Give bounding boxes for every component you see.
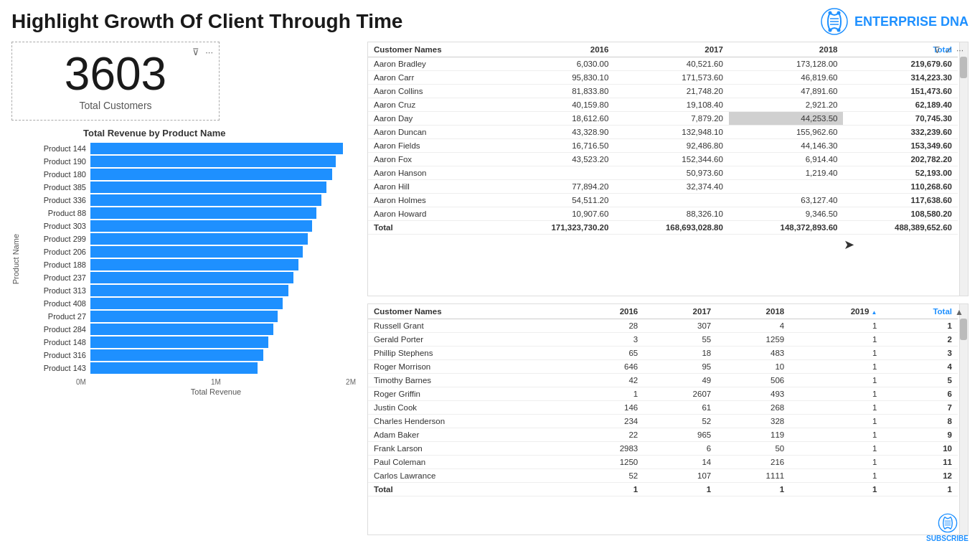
cell-2018: 6,914.40 xyxy=(729,153,844,166)
bar-label: Product 313 xyxy=(26,286,90,295)
bar-fill xyxy=(90,298,283,309)
table1: Customer Names 2016 2017 2018 Total Aaro… xyxy=(368,42,958,235)
cell-2017: 14 xyxy=(644,456,717,469)
bar-label: Product 316 xyxy=(26,351,90,359)
t2-col-2017[interactable]: 2017 xyxy=(644,304,717,319)
bar-fill xyxy=(90,194,321,206)
col-2016[interactable]: 2016 xyxy=(500,42,615,57)
cell-total: 70,745.30 xyxy=(843,112,958,126)
bar-row: Product 408 xyxy=(26,298,356,309)
cell-name: Aaron Howard xyxy=(368,207,500,221)
cell-2018: 268 xyxy=(717,401,790,415)
bar-label: Product 180 xyxy=(26,170,90,179)
cell-name: Frank Larson xyxy=(368,442,570,456)
bar-row: Product 180 xyxy=(26,169,356,180)
cell-2018: 2,921.20 xyxy=(729,98,844,112)
total-label: Total xyxy=(368,221,500,235)
cell-2016: 234 xyxy=(570,415,644,428)
bar-track xyxy=(90,194,356,206)
cell-2019: 1 xyxy=(790,415,882,428)
bar-track xyxy=(90,362,356,374)
cell-2018: 1259 xyxy=(717,333,790,347)
t2-col-2019[interactable]: 2019 ▲ xyxy=(790,304,882,319)
t2-col-total[interactable]: Total xyxy=(882,304,958,319)
ellipsis-icon-t1[interactable]: ··· xyxy=(956,45,963,55)
left-panel: ⊽ ··· 3603 Total Customers Total Revenue… xyxy=(11,42,356,535)
cell-name: Aaron Carr xyxy=(368,71,500,85)
table2: Customer Names 2016 2017 2018 2019 ▲ Tot… xyxy=(368,304,958,496)
table-row: Roger Morrison 646 95 10 1 4 xyxy=(368,360,958,374)
cell-total: 52,193.00 xyxy=(843,166,958,180)
cell-2016: 28 xyxy=(570,319,644,333)
bar-track xyxy=(90,272,356,283)
table-row: Phillip Stephens 65 18 483 1 3 xyxy=(368,347,958,360)
t2-col-2018[interactable]: 2018 xyxy=(717,304,790,319)
cell-2017: 107 xyxy=(644,469,717,483)
bar-track xyxy=(90,246,356,258)
cell-2017: 171,573.60 xyxy=(614,71,729,85)
bar-label: Product 190 xyxy=(26,157,90,166)
cell-2018 xyxy=(729,180,844,194)
table-row: Adam Baker 22 965 119 1 9 xyxy=(368,428,958,442)
cell-2016: 77,894.20 xyxy=(500,180,615,194)
table1-scrollbar-thumb xyxy=(960,57,967,78)
expand-icon-t1[interactable]: ⤢ xyxy=(945,45,952,55)
cell-name: Aaron Hanson xyxy=(368,166,500,180)
cell-total: 7 xyxy=(882,401,958,415)
bar-row: Product 206 xyxy=(26,246,356,258)
subscribe-badge[interactable]: SUBSCRIBE xyxy=(926,513,969,542)
cell-2017 xyxy=(614,194,729,207)
cell-name: Carlos Lawrance xyxy=(368,469,570,483)
table2-scroll[interactable]: Customer Names 2016 2017 2018 2019 ▲ Tot… xyxy=(368,304,968,534)
cell-total: 1 xyxy=(882,319,958,333)
t2-col-2016[interactable]: 2016 xyxy=(570,304,644,319)
cell-name: Roger Morrison xyxy=(368,360,570,374)
x-axis-tick: 2M xyxy=(346,378,356,386)
bar-track xyxy=(90,233,356,245)
cell-total: 4 xyxy=(882,360,958,374)
dna-logo-icon xyxy=(820,7,849,36)
cell-2019: 1 xyxy=(790,428,882,442)
filter-icon-t1[interactable]: ⊽ xyxy=(934,45,941,55)
t2-col-customer-names[interactable]: Customer Names xyxy=(368,304,570,319)
bar-row: Product 299 xyxy=(26,233,356,245)
ellipsis-icon[interactable]: ··· xyxy=(205,47,213,57)
table1-scrollbar[interactable] xyxy=(959,42,968,296)
x-axis-tick: 0M xyxy=(76,378,86,386)
table2-scrollbar[interactable] xyxy=(959,304,968,534)
table2-section: ▲ Customer Names 2016 2017 2018 2019 ▲ T… xyxy=(367,303,969,535)
bar-label: Product 88 xyxy=(26,209,90,217)
bar-fill xyxy=(90,285,288,296)
bar-fill xyxy=(90,143,343,154)
col-2018[interactable]: 2018 xyxy=(729,42,844,57)
bar-label: Product 408 xyxy=(26,299,90,308)
content-area: ⊽ ··· 3603 Total Customers Total Revenue… xyxy=(11,42,969,535)
table-row: Aaron Duncan 43,328.90 132,948.10 155,96… xyxy=(368,126,958,139)
cell-2017: 7,879.20 xyxy=(614,112,729,126)
col-customer-names[interactable]: Customer Names xyxy=(368,42,500,57)
chart-title: Total Revenue by Product Name xyxy=(11,128,356,138)
cell-2016: 146 xyxy=(570,401,644,415)
sort-arrow-2019: ▲ xyxy=(872,309,877,316)
scroll-up-icon-t2[interactable]: ▲ xyxy=(955,307,963,317)
bar-label: Product 27 xyxy=(26,312,90,321)
cell-2018: 47,891.60 xyxy=(729,85,844,98)
cell-name: Aaron Hill xyxy=(368,180,500,194)
bar-row: Product 313 xyxy=(26,285,356,296)
table1-scroll[interactable]: Customer Names 2016 2017 2018 Total Aaro… xyxy=(368,42,968,296)
cell-2018: 155,962.60 xyxy=(729,126,844,139)
filter-icon[interactable]: ⊽ xyxy=(192,47,199,57)
logo: ENTERPRISE DNA xyxy=(820,7,969,36)
bar-row: Product 188 xyxy=(26,259,356,270)
table-row: Aaron Fields 16,716.50 92,486.80 44,146.… xyxy=(368,139,958,153)
table-row: Aaron Holmes 54,511.20 63,127.40 117,638… xyxy=(368,194,958,207)
bar-fill xyxy=(90,182,326,193)
bar-label: Product 144 xyxy=(26,144,90,153)
table-row: Aaron Carr 95,830.10 171,573.60 46,819.6… xyxy=(368,71,958,85)
total-row: Total 171,323,730.20 168,693,028.80 148,… xyxy=(368,221,958,235)
cell-2017: 19,108.40 xyxy=(614,98,729,112)
cell-total: 202,782.20 xyxy=(843,153,958,166)
col-2017[interactable]: 2017 xyxy=(614,42,729,57)
bar-row: Product 27 xyxy=(26,311,356,322)
cell-2018: 63,127.40 xyxy=(729,194,844,207)
